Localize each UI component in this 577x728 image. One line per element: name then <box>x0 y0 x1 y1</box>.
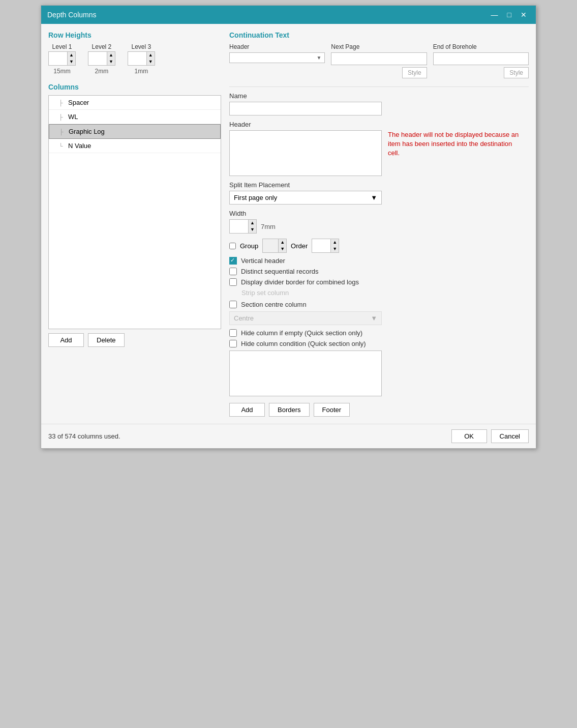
width-up[interactable]: ▲ <box>248 220 256 226</box>
column-item-n-value[interactable]: └ N Value <box>49 139 221 153</box>
width-spinner-btns: ▲ ▼ <box>248 220 256 233</box>
centre-dropdown: Centre ▼ <box>229 311 382 325</box>
column-item-wl[interactable]: ├ WL <box>49 110 221 124</box>
cancel-button[interactable]: Cancel <box>491 429 529 443</box>
condition-textarea[interactable] <box>229 351 382 396</box>
status-text: 33 of 574 columns used. <box>48 432 120 440</box>
separator-1 <box>229 86 529 87</box>
level-1-input[interactable]: 15 <box>49 53 67 64</box>
minimize-button[interactable]: — <box>488 10 501 20</box>
group-spinner-btns: ▲ ▼ <box>278 239 286 252</box>
borders-button[interactable]: Borders <box>269 403 310 417</box>
close-button[interactable]: ✕ <box>518 10 530 20</box>
window-title: Depth Columns <box>47 11 97 19</box>
ok-button[interactable]: OK <box>451 429 487 443</box>
left-add-button[interactable]: Add <box>48 333 84 347</box>
header-textarea[interactable] <box>229 130 382 176</box>
distinct-sequential-checkbox[interactable] <box>229 268 237 275</box>
level-2-input[interactable]: 2 <box>88 53 107 64</box>
order-spinner[interactable]: 1 ▲ ▼ <box>312 239 339 253</box>
header-field-group: Header The header will not be displayed … <box>229 121 529 176</box>
name-input[interactable]: Graphic Log <box>229 102 382 115</box>
width-down[interactable]: ▼ <box>248 226 256 233</box>
left-delete-button[interactable]: Delete <box>88 333 125 347</box>
continuation-row: Header ▼ Next Page Style End o <box>229 43 529 78</box>
left-bottom-btns: Add Delete <box>48 333 221 347</box>
level-1-up[interactable]: ▲ <box>67 52 75 59</box>
order-up[interactable]: ▲ <box>330 239 339 246</box>
column-label-wl: WL <box>68 113 78 121</box>
cont-next-page-item: Next Page Style <box>331 43 427 78</box>
column-item-spacer[interactable]: ├ Spacer <box>49 96 221 110</box>
level-3-down[interactable]: ▼ <box>146 59 155 65</box>
ok-cancel-btns: OK Cancel <box>451 429 529 443</box>
group-label: Group <box>240 242 258 250</box>
group-checkbox[interactable] <box>229 243 236 249</box>
level-1-label: Level 1 <box>52 43 72 50</box>
name-field-label: Name <box>229 92 529 100</box>
level-3-up[interactable]: ▲ <box>146 52 155 59</box>
cont-header-label: Header <box>229 43 325 50</box>
next-page-style-btn[interactable]: Style <box>402 67 427 78</box>
level-3-input[interactable]: 1 <box>128 53 146 64</box>
columns-list[interactable]: ├ Spacer ├ WL ├ Graphic Log └ N Value <box>48 95 221 329</box>
titlebar: Depth Columns — □ ✕ <box>41 6 536 24</box>
split-arrow-icon: ▼ <box>371 194 377 201</box>
level-2-spinner[interactable]: 2 ▲ ▼ <box>88 51 115 66</box>
order-spinner-btns: ▲ ▼ <box>330 239 339 252</box>
level-3-spinner[interactable]: 1 ▲ ▼ <box>128 51 155 66</box>
cont-end-borehole-item: End of Borehole Style <box>433 43 529 78</box>
level-3-label: Level 3 <box>131 43 151 50</box>
centre-arrow-icon: ▼ <box>371 314 377 322</box>
tree-line-n-value: └ <box>59 143 66 149</box>
strip-set-label: Strip set column <box>229 289 529 297</box>
group-down[interactable]: ▼ <box>278 246 286 252</box>
group-input[interactable]: 1 <box>263 241 278 251</box>
split-field-group: Split Item Placement First page only ▼ <box>229 181 529 205</box>
order-input[interactable]: 1 <box>312 241 330 251</box>
split-dropdown[interactable]: First page only ▼ <box>229 191 382 205</box>
cont-header-combo[interactable]: ▼ <box>229 52 325 63</box>
section-centre-checkbox[interactable] <box>229 301 237 308</box>
level-2-up[interactable]: ▲ <box>107 52 115 59</box>
tree-line-spacer: ├ <box>59 100 66 106</box>
row-heights-title: Row Heights <box>48 31 221 39</box>
row-heights-section: Row Heights Level 1 15 ▲ ▼ 15mm <box>48 31 221 75</box>
status-bar: 33 of 574 columns used. OK Cancel <box>41 424 536 448</box>
width-field-group: Width 7 ▲ ▼ 7mm <box>229 210 529 234</box>
group-up[interactable]: ▲ <box>278 239 286 246</box>
level-3-mm: 1mm <box>134 68 148 75</box>
group-spinner[interactable]: 1 ▲ ▼ <box>262 239 287 253</box>
cont-end-borehole-input[interactable] <box>433 52 529 65</box>
right-bottom-btns: Add Borders Footer <box>229 403 529 417</box>
column-label-n-value: N Value <box>68 142 91 150</box>
level-1-down[interactable]: ▼ <box>67 59 75 65</box>
vertical-header-checkbox[interactable] <box>229 257 237 265</box>
end-borehole-style-btn[interactable]: Style <box>504 67 529 78</box>
left-panel: Row Heights Level 1 15 ▲ ▼ 15mm <box>48 31 221 417</box>
depth-columns-window: Depth Columns — □ ✕ Row Heights Level 1 … <box>41 5 536 449</box>
width-spinner[interactable]: 7 ▲ ▼ <box>229 219 257 234</box>
split-value: First page only <box>234 194 277 201</box>
vertical-header-label: Vertical header <box>241 257 285 265</box>
vertical-header-row: Vertical header <box>229 257 529 265</box>
header-row: The header will not be displayed because… <box>229 130 529 176</box>
group-order-row: Group 1 ▲ ▼ Order 1 ▲ ▼ <box>229 239 529 253</box>
level-1-spinner[interactable]: 15 ▲ ▼ <box>48 51 76 66</box>
maximize-button[interactable]: □ <box>504 10 514 20</box>
footer-button[interactable]: Footer <box>314 403 350 417</box>
order-label: Order <box>291 242 308 250</box>
width-input[interactable]: 7 <box>230 221 248 232</box>
hide-condition-checkbox[interactable] <box>229 340 237 347</box>
display-divider-row: Display divider border for combined logs <box>229 278 529 286</box>
section-centre-row: Section centre column <box>229 301 529 308</box>
display-divider-checkbox[interactable] <box>229 278 237 286</box>
level-2-mm: 2mm <box>95 68 109 75</box>
column-item-graphic-log[interactable]: ├ Graphic Log <box>49 124 221 139</box>
level-2-down[interactable]: ▼ <box>107 59 115 65</box>
cont-next-page-input[interactable] <box>331 52 427 65</box>
right-add-button[interactable]: Add <box>229 403 265 417</box>
hide-empty-checkbox[interactable] <box>229 329 237 337</box>
order-down[interactable]: ▼ <box>330 246 339 252</box>
column-label-graphic-log: Graphic Log <box>69 128 105 135</box>
